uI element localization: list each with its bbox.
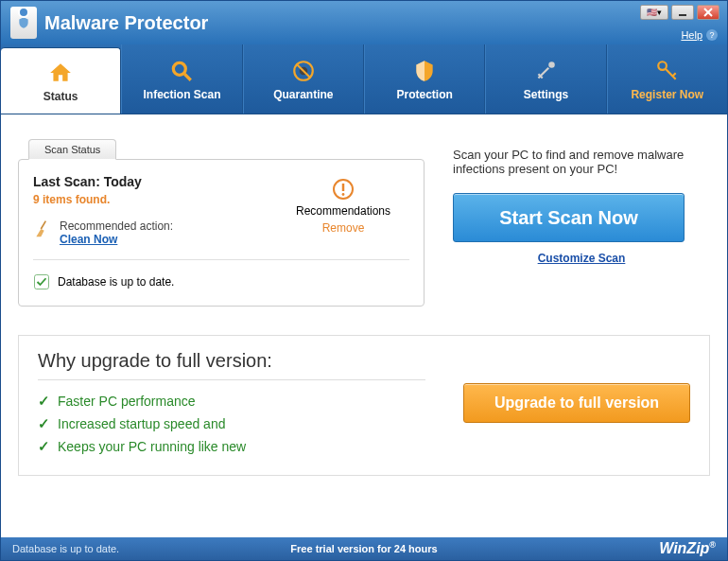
recommended-action-label: Recommended action: xyxy=(60,219,173,233)
svg-line-4 xyxy=(185,74,192,80)
checkmark-icon: ✓ xyxy=(38,415,50,432)
svg-line-11 xyxy=(672,73,675,76)
content-area: Scan Status Last Scan: Today 9 items fou… xyxy=(1,114,727,537)
help-link[interactable]: Help xyxy=(681,29,702,41)
checkmark-icon: ✓ xyxy=(38,393,50,410)
minimize-button[interactable] xyxy=(671,5,694,20)
footer-trial-text: Free trial version for 24 hours xyxy=(247,543,481,554)
tab-label: Protection xyxy=(396,88,452,101)
key-icon xyxy=(654,58,681,84)
shield-icon xyxy=(411,58,438,84)
close-button[interactable] xyxy=(697,5,719,20)
last-scan-text: Last Scan: Today xyxy=(33,174,277,189)
app-logo-icon xyxy=(10,7,37,39)
upgrade-item-text: Faster PC performance xyxy=(58,394,196,409)
svg-line-7 xyxy=(296,63,310,78)
tab-label: Register Now xyxy=(631,88,703,101)
upgrade-item: ✓Keeps your PC running like new xyxy=(38,435,425,458)
bug-icon xyxy=(290,58,317,84)
svg-line-12 xyxy=(41,221,45,229)
database-status-text: Database is up to date. xyxy=(58,275,174,289)
check-icon xyxy=(33,273,50,290)
help-icon[interactable]: ? xyxy=(706,29,718,41)
broom-icon xyxy=(33,219,52,238)
tab-label: Status xyxy=(43,90,78,103)
svg-point-9 xyxy=(658,61,667,70)
magnifier-icon xyxy=(168,58,195,84)
tab-infection-scan[interactable]: Infection Scan xyxy=(121,44,242,114)
upgrade-item-text: Increased startup speed and xyxy=(58,416,225,431)
svg-point-3 xyxy=(174,62,186,75)
tab-label: Infection Scan xyxy=(143,88,220,101)
upgrade-item: ✓Increased startup speed and xyxy=(38,412,425,435)
scan-status-tab-label: Scan Status xyxy=(28,139,116,160)
upgrade-item: ✓Faster PC performance xyxy=(38,390,425,412)
recommendations-label: Recommendations xyxy=(277,204,409,218)
svg-point-15 xyxy=(342,193,345,196)
start-scan-button[interactable]: Start Scan Now xyxy=(453,193,685,242)
scan-status-card: Scan Status Last Scan: Today 9 items fou… xyxy=(18,159,425,307)
upgrade-section: Why upgrade to full version: ✓Faster PC … xyxy=(18,335,710,476)
tab-label: Quarantine xyxy=(273,88,333,101)
home-icon xyxy=(47,60,74,86)
titlebar: Malware Protector 🇺🇸▾ Help ? xyxy=(1,1,727,44)
tab-settings[interactable]: Settings xyxy=(485,44,606,114)
customize-scan-link[interactable]: Customize Scan xyxy=(538,252,626,265)
separator xyxy=(33,259,409,260)
tab-register-now[interactable]: Register Now xyxy=(607,44,727,114)
upgrade-button[interactable]: Upgrade to full version xyxy=(463,383,690,423)
tab-bar: Status Infection Scan Quarantine Protect… xyxy=(1,44,727,114)
clean-now-link[interactable]: Clean Now xyxy=(60,233,117,246)
tab-status[interactable]: Status xyxy=(1,47,121,114)
tab-label: Settings xyxy=(524,88,568,101)
app-title: Malware Protector xyxy=(44,12,208,34)
svg-point-8 xyxy=(549,61,556,68)
app-window: Malware Protector 🇺🇸▾ Help ? Status Infe… xyxy=(0,0,728,561)
language-flag-button[interactable]: 🇺🇸▾ xyxy=(640,5,668,20)
upgrade-title: Why upgrade to full version: xyxy=(38,350,425,380)
tab-quarantine[interactable]: Quarantine xyxy=(243,44,364,114)
checkmark-icon: ✓ xyxy=(38,438,50,455)
scan-description: Scan your PC to find and remove malware … xyxy=(453,148,710,176)
tools-icon xyxy=(532,58,559,84)
footer-db-status: Database is up to date. xyxy=(12,543,247,554)
tab-protection[interactable]: Protection xyxy=(364,44,485,114)
remove-text: Remove xyxy=(277,221,409,235)
upgrade-item-text: Keeps your PC running like new xyxy=(58,439,246,454)
status-bar: Database is up to date. Free trial versi… xyxy=(1,537,727,560)
alert-icon xyxy=(332,178,355,201)
footer-brand: WinZip® xyxy=(481,540,716,557)
items-found-text: 9 items found. xyxy=(33,193,277,206)
